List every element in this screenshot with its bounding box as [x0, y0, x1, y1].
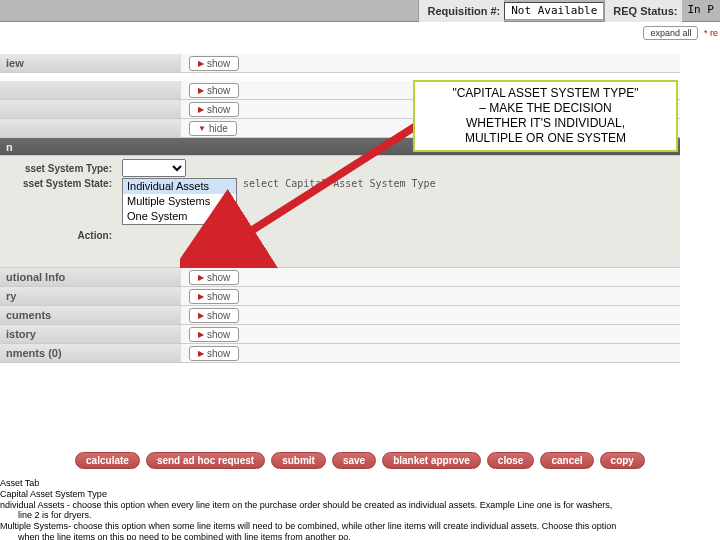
section-assignments: nments (0) ▶show: [0, 344, 680, 363]
section-mid-2-toggle[interactable]: ▶show: [189, 102, 239, 117]
calculate-button[interactable]: calculate: [75, 452, 140, 469]
triangle-icon: ▶: [198, 349, 204, 358]
callout-line-3: WHETHER IT'S INDIVIDUAL,: [421, 116, 670, 131]
required-hint: * re: [704, 28, 718, 38]
section-mid-1-label: [0, 81, 180, 99]
asset-body-toggle-row: ▶show: [0, 245, 680, 265]
section-history-label: istory: [0, 325, 180, 343]
submit-button[interactable]: submit: [271, 452, 326, 469]
asset-type-hint: select Capital Asset System Type: [243, 178, 436, 189]
section-history: istory ▶show: [0, 325, 680, 344]
asset-system-type-label: sset System Type:: [0, 163, 118, 174]
asset-body-toggle[interactable]: ▶show: [188, 248, 238, 263]
callout-line-1: "CAPITAL ASSET SYSTEM TYPE": [421, 86, 670, 101]
triangle-icon: ▶: [198, 273, 204, 282]
triangle-icon: ▶: [198, 105, 204, 114]
save-button[interactable]: save: [332, 452, 376, 469]
notes-line-4: Multiple Systems- choose this option whe…: [0, 521, 716, 532]
expand-all-button[interactable]: expand all: [643, 26, 698, 40]
cancel-button[interactable]: cancel: [540, 452, 593, 469]
section-mid-3-toggle[interactable]: ▼hide: [189, 121, 237, 136]
section-delivery-label: ry: [0, 287, 180, 305]
section-mid-3-label: [0, 119, 180, 137]
asset-body: sset System Type: sset System State: Ind…: [0, 156, 680, 268]
asset-type-dropdown-list[interactable]: Individual Assets Multiple Systems One S…: [122, 178, 237, 225]
asset-system-state-label: sset System State:: [0, 178, 118, 189]
asset-system-type-row: sset System Type:: [0, 158, 680, 178]
asset-system-state-row: sset System State: Individual Assets Mul…: [0, 178, 680, 225]
close-button[interactable]: close: [487, 452, 535, 469]
req-status-value: In P: [682, 2, 721, 20]
header-info: Requisition #: Not Available REQ Status:…: [418, 0, 720, 22]
triangle-icon: ▶: [198, 59, 204, 68]
notes-line-4b: when the line items on this po need to b…: [0, 532, 716, 540]
slide-notes: Asset Tab Capital Asset System Type ndiv…: [0, 478, 716, 540]
section-delivery-toggle[interactable]: ▶show: [189, 289, 239, 304]
copy-button[interactable]: copy: [600, 452, 645, 469]
section-documents-toggle[interactable]: ▶show: [189, 308, 239, 323]
notes-line-3: ndividual Assets - choose this option wh…: [0, 500, 716, 511]
section-assignments-toggle[interactable]: ▶show: [189, 346, 239, 361]
action-bar: calculate send ad hoc request submit sav…: [0, 452, 720, 469]
requisition-label: Requisition #:: [418, 0, 504, 22]
section-overview-toggle[interactable]: ▶show: [189, 56, 239, 71]
req-status-label: REQ Status:: [604, 0, 681, 22]
callout-line-2: – MAKE THE DECISION: [421, 101, 670, 116]
notes-line-3b: line 2 is for dryers.: [0, 510, 716, 521]
triangle-icon: ▼: [198, 124, 206, 133]
section-institutional-info-toggle[interactable]: ▶show: [189, 270, 239, 285]
section-documents: cuments ▶show: [0, 306, 680, 325]
expand-all-area: expand all * re: [643, 26, 718, 40]
section-delivery: ry ▶show: [0, 287, 680, 306]
section-overview: iew ▶show: [0, 54, 680, 73]
option-individual-assets[interactable]: Individual Assets: [123, 179, 236, 194]
blanket-approve-button[interactable]: blanket approve: [382, 452, 481, 469]
triangle-icon: ▶: [197, 251, 203, 260]
section-mid-1-toggle[interactable]: ▶show: [189, 83, 239, 98]
triangle-icon: ▶: [198, 292, 204, 301]
section-institutional-info: utional Info ▶show: [0, 268, 680, 287]
option-one-system[interactable]: One System: [123, 209, 236, 224]
asset-action-row: Action:: [0, 225, 680, 245]
section-mid-2-label: [0, 100, 180, 118]
triangle-icon: ▶: [198, 311, 204, 320]
send-ad-hoc-request-button[interactable]: send ad hoc request: [146, 452, 265, 469]
notes-line-2: Capital Asset System Type: [0, 489, 716, 500]
triangle-icon: ▶: [198, 86, 204, 95]
section-history-toggle[interactable]: ▶show: [189, 327, 239, 342]
notes-line-1: Asset Tab: [0, 478, 716, 489]
section-institutional-info-label: utional Info: [0, 268, 180, 286]
section-assignments-label: nments (0): [0, 344, 180, 362]
asset-action-label: Action:: [0, 230, 118, 241]
callout-capital-asset-type: "CAPITAL ASSET SYSTEM TYPE" – MAKE THE D…: [413, 80, 678, 152]
section-overview-label: iew: [0, 54, 180, 72]
callout-line-4: MULTIPLE OR ONE SYSTEM: [421, 131, 670, 146]
triangle-icon: ▶: [198, 330, 204, 339]
requisition-value: Not Available: [504, 2, 604, 20]
option-multiple-systems[interactable]: Multiple Systems: [123, 194, 236, 209]
section-documents-label: cuments: [0, 306, 180, 324]
asset-system-type-select[interactable]: [122, 159, 186, 177]
